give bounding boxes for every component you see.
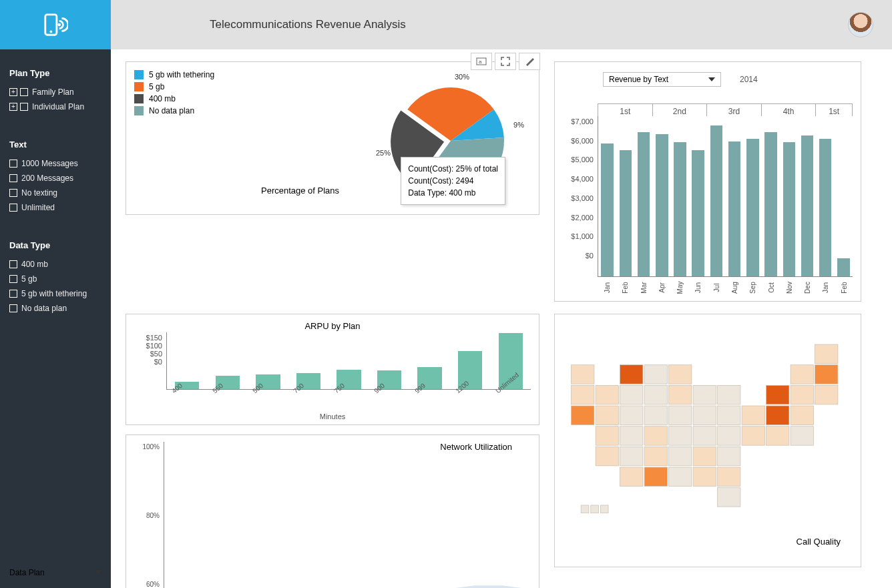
network-utilization-panel: Network Utilization 100%80%60%40%20%0% 2… <box>126 434 539 588</box>
state-RI[interactable] <box>791 406 813 424</box>
revenue-bar[interactable] <box>819 139 832 276</box>
filter-item[interactable]: 5 gb with tethering <box>9 286 101 301</box>
filter-sidebar: Plan Type+Family Plan+Individual PlanTex… <box>0 49 111 588</box>
state-MD[interactable] <box>766 426 789 445</box>
filter-item[interactable]: No texting <box>9 186 101 200</box>
filter-item[interactable]: 200 Messages <box>9 171 101 186</box>
svg-text:a: a <box>479 59 482 65</box>
state-AZ[interactable] <box>596 426 618 445</box>
quarter-label: 1st <box>598 103 652 116</box>
state-WV[interactable] <box>718 426 740 445</box>
legend-item[interactable]: 400 mb <box>134 94 241 103</box>
revenue-bar[interactable] <box>764 132 777 276</box>
y-tick: 60% <box>146 581 160 588</box>
filter-item[interactable]: +Individual Plan <box>9 99 101 114</box>
pie-pct-label: 25% <box>376 149 391 157</box>
pie-pct-label: 9% <box>513 121 524 129</box>
state-WY[interactable] <box>620 385 643 404</box>
state-IA[interactable] <box>669 385 692 404</box>
state-VT[interactable] <box>791 365 813 384</box>
state-ID[interactable] <box>596 385 618 404</box>
state-TX[interactable] <box>620 467 643 486</box>
legend-item[interactable]: 5 gb <box>134 82 241 91</box>
revenue-bar[interactable] <box>710 125 723 276</box>
state-PA[interactable] <box>742 406 764 424</box>
state-FL[interactable] <box>718 488 740 507</box>
filter-item[interactable]: No data plan <box>9 301 101 316</box>
filter-item[interactable]: 1000 Messages <box>9 156 101 171</box>
revenue-bar[interactable] <box>837 258 850 276</box>
state-OR[interactable] <box>572 385 594 404</box>
filter-label: Unlimited <box>21 203 55 212</box>
revenue-metric-dropdown[interactable]: Revenue by Text <box>603 72 721 87</box>
state-NH[interactable] <box>815 365 838 384</box>
state-IL[interactable] <box>669 406 692 424</box>
revenue-bar[interactable] <box>746 139 759 276</box>
legend-swatch <box>134 94 144 103</box>
revenue-bar[interactable] <box>783 142 796 276</box>
state-UT[interactable] <box>620 406 643 424</box>
x-tick: Mar <box>635 278 651 296</box>
revenue-bar[interactable] <box>601 143 614 276</box>
legend-label: 5 gb <box>149 82 164 91</box>
revenue-bar[interactable] <box>638 132 650 276</box>
state-MT[interactable] <box>620 365 643 384</box>
state-NC[interactable] <box>693 447 716 465</box>
state-GA[interactable] <box>718 467 740 486</box>
state-MO[interactable] <box>669 426 692 445</box>
state-OH[interactable] <box>718 406 740 424</box>
revenue-bar[interactable] <box>620 150 632 276</box>
fullscreen-button[interactable] <box>495 53 516 70</box>
revenue-bar[interactable] <box>656 134 668 276</box>
state-NM[interactable] <box>596 447 618 465</box>
filter-item[interactable]: +Family Plan <box>9 85 101 99</box>
state-CA[interactable] <box>572 406 594 424</box>
state-MA[interactable] <box>791 385 813 404</box>
state-NV[interactable] <box>596 406 618 424</box>
state-NY[interactable] <box>766 385 789 404</box>
state-AL[interactable] <box>693 467 716 486</box>
state-AR[interactable] <box>644 447 667 465</box>
state-MS[interactable] <box>669 467 692 486</box>
filter-group-title: Data Type <box>9 240 101 250</box>
revenue-bar[interactable] <box>692 150 704 276</box>
state-OK[interactable] <box>620 447 643 465</box>
state-TN[interactable] <box>669 447 692 465</box>
state-NE[interactable] <box>644 406 667 424</box>
text-size-button[interactable]: a <box>471 53 492 70</box>
revenue-bar[interactable] <box>801 135 814 276</box>
app-logo <box>0 0 111 49</box>
state-MI[interactable] <box>718 385 740 404</box>
filter-item[interactable]: 400 mb <box>9 257 101 272</box>
data-plan-dropdown[interactable]: Data Plan <box>9 564 101 581</box>
state-WA[interactable] <box>572 365 594 384</box>
area-layer[interactable] <box>164 585 531 588</box>
state-ME[interactable] <box>815 344 838 363</box>
state-NJ[interactable] <box>766 406 789 424</box>
state-LA[interactable] <box>644 467 667 486</box>
checkbox-icon <box>9 174 17 182</box>
revenue-bar[interactable] <box>728 141 741 276</box>
state-CO[interactable] <box>620 426 643 445</box>
us-map[interactable] <box>562 321 854 543</box>
filter-label: 5 gb with tethering <box>21 289 87 298</box>
state-CT[interactable] <box>815 385 838 404</box>
y-tick: $7,000 <box>571 117 594 125</box>
state-WI[interactable] <box>693 385 716 404</box>
edit-button[interactable] <box>519 53 540 70</box>
legend-item[interactable]: 5 gb with tethering <box>134 70 241 79</box>
state-ND[interactable] <box>644 365 667 384</box>
state-SD[interactable] <box>644 385 667 404</box>
state-MN[interactable] <box>669 365 692 384</box>
revenue-bar[interactable] <box>674 142 686 276</box>
legend-item[interactable]: No data plan <box>134 106 241 115</box>
state-SC[interactable] <box>718 447 740 465</box>
state-IN[interactable] <box>693 406 716 424</box>
state-VA[interactable] <box>742 426 764 445</box>
filter-item[interactable]: 5 gb <box>9 272 101 286</box>
filter-item[interactable]: Unlimited <box>9 200 101 215</box>
state-KY[interactable] <box>693 426 716 445</box>
user-avatar[interactable] <box>848 12 873 37</box>
state-DE[interactable] <box>791 426 813 445</box>
state-KS[interactable] <box>644 426 667 445</box>
